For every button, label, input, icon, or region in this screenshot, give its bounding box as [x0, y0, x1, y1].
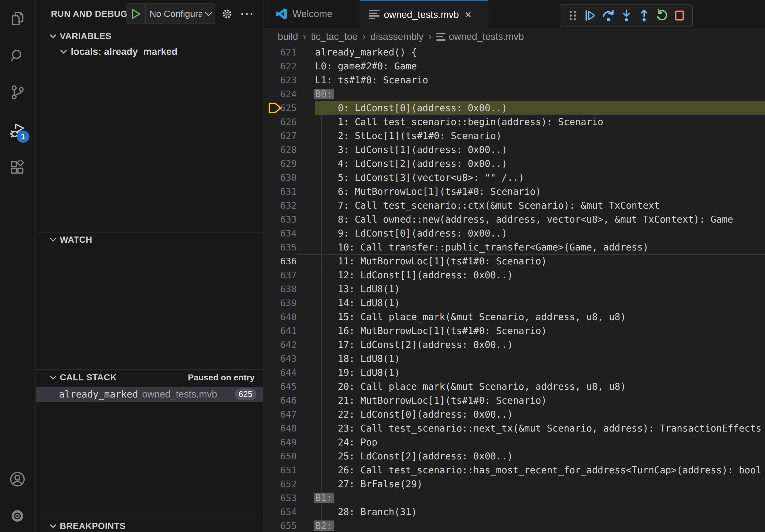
line-number[interactable]: 622	[264, 61, 297, 72]
line-number[interactable]: 655	[264, 520, 297, 531]
source-control-icon[interactable]	[9, 85, 25, 101]
code-line[interactable]: 651 26: Call test_scenario::has_most_rec…	[264, 463, 765, 477]
code-line[interactable]: 635 10: Call transfer::public_transfer<G…	[264, 240, 765, 254]
line-number[interactable]: 647	[264, 409, 297, 420]
code-line[interactable]: 655B2:	[264, 519, 765, 532]
code-line[interactable]: 629 4: LdConst[2](address: 0x00..)	[264, 157, 765, 171]
line-number[interactable]: 640	[264, 312, 297, 322]
code-line[interactable]: 653B1:	[264, 491, 765, 505]
tab-welcome[interactable]: Welcome	[264, 0, 360, 28]
close-icon[interactable]: ×	[465, 9, 471, 20]
line-number[interactable]: 651	[264, 465, 297, 475]
breadcrumb-item[interactable]: tic_tac_toe	[311, 31, 358, 42]
line-number[interactable]: 632	[264, 200, 297, 211]
locals-scope-row[interactable]: locals: already_marked	[59, 46, 178, 57]
code-line-debug-stopped[interactable]: 625 0: LdConst[0](address: 0x00..)	[264, 101, 765, 115]
drag-handle-icon[interactable]	[565, 8, 581, 24]
code-line[interactable]: 622L0: game#2#0: Game	[264, 59, 765, 73]
more-actions-icon[interactable]: ···	[240, 0, 256, 28]
code-line[interactable]: 648 23: Call test_scenario::next_tx(&mut…	[264, 421, 765, 435]
launch-config-dropdown[interactable]: No Configura	[127, 3, 215, 24]
line-number[interactable]: 623	[264, 75, 297, 86]
code-line[interactable]: 640 15: Call place_mark(&mut Scenario, a…	[264, 310, 765, 324]
stop-icon[interactable]	[672, 8, 688, 24]
account-icon[interactable]	[9, 471, 25, 487]
code-line[interactable]: 628 3: LdConst[1](address: 0x00..)	[264, 143, 765, 157]
code-line[interactable]: 630 5: LdConst[3](vector<u8>: "" /..)	[264, 171, 765, 184]
code-line[interactable]: 652 27: BrFalse(29)	[264, 477, 765, 491]
code-line[interactable]: 643 18: LdU8(1)	[264, 352, 765, 366]
code-line[interactable]: 642 17: LdConst[2](address: 0x00..)	[264, 338, 765, 352]
call-stack-section-header[interactable]: CALL STACK Paused on entry	[36, 371, 263, 385]
code-line[interactable]: 639 14: LdU8(1)	[264, 296, 765, 310]
line-number[interactable]: 637	[264, 270, 297, 280]
code-line[interactable]: 632 7: Call test_scenario::ctx(&mut Scen…	[264, 198, 765, 212]
watch-section-header[interactable]: WATCH	[36, 233, 263, 247]
line-number[interactable]: 621	[264, 47, 297, 58]
code-line[interactable]: 623L1: ts#1#0: Scenario	[264, 73, 765, 87]
step-out-icon[interactable]	[636, 8, 652, 24]
line-number[interactable]: 636	[264, 256, 297, 267]
line-number[interactable]: 634	[264, 228, 297, 239]
line-number[interactable]: 626	[264, 117, 297, 127]
breadcrumb-item[interactable]: build	[278, 31, 298, 42]
line-number[interactable]: 644	[264, 367, 297, 378]
line-number[interactable]: 627	[264, 131, 297, 141]
code-line[interactable]: 650 25: LdConst[2](address: 0x00..)	[264, 449, 765, 463]
explorer-icon[interactable]	[9, 10, 25, 27]
line-number[interactable]: 646	[264, 395, 297, 406]
code-line[interactable]: 631 6: MutBorrowLoc[1](ts#1#0: Scenario)	[264, 184, 765, 198]
line-number[interactable]: 635	[264, 242, 297, 253]
restart-icon[interactable]	[654, 8, 670, 24]
tab-owned-tests[interactable]: owned_tests.mvb ×	[360, 0, 488, 28]
breadcrumb-item[interactable]: owned_tests.mvb	[449, 31, 524, 42]
code-line[interactable]: 641 16: MutBorrowLoc[1](ts#1#0: Scenario…	[264, 324, 765, 338]
line-number[interactable]: 650	[264, 451, 297, 461]
code-line[interactable]: 654 28: Branch(31)	[264, 505, 765, 519]
breakpoints-section-header[interactable]: BREAKPOINTS	[36, 519, 263, 532]
code-line[interactable]: 633 8: Call owned::new(address, address,…	[264, 212, 765, 226]
line-number[interactable]: 648	[264, 423, 297, 434]
code-line[interactable]: 638 13: LdU8(1)	[264, 282, 765, 296]
step-over-icon[interactable]	[600, 8, 616, 24]
extensions-icon[interactable]	[9, 160, 25, 176]
settings-gear-icon[interactable]	[9, 508, 25, 524]
line-number[interactable]: 649	[264, 437, 297, 448]
line-number[interactable]: 633	[264, 214, 297, 225]
line-number[interactable]: 653	[264, 493, 297, 503]
line-number[interactable]: 652	[264, 479, 297, 489]
code-line[interactable]: 626 1: Call test_scenario::begin(address…	[264, 115, 765, 129]
step-into-icon[interactable]	[618, 8, 634, 24]
line-number[interactable]: 645	[264, 381, 297, 392]
line-number[interactable]: 628	[264, 144, 297, 155]
line-number[interactable]: 638	[264, 284, 297, 294]
code-viewport[interactable]: 621already_marked() {622L0: game#2#0: Ga…	[264, 45, 765, 532]
line-number[interactable]: 630	[264, 172, 297, 183]
continue-icon[interactable]	[582, 8, 598, 24]
debug-settings-gear-icon[interactable]	[220, 0, 234, 28]
start-debug-icon[interactable]	[127, 4, 146, 24]
line-number[interactable]: 642	[264, 339, 297, 350]
line-number[interactable]: 641	[264, 326, 297, 336]
line-number[interactable]: 643	[264, 353, 297, 364]
call-stack-frame-row[interactable]: already_marked owned_tests.mvb 625	[36, 387, 263, 402]
line-number[interactable]: 624	[264, 89, 297, 100]
code-line[interactable]: 621already_marked() {	[264, 45, 765, 59]
code-line[interactable]: 637 12: LdConst[1](address: 0x00..)	[264, 268, 765, 282]
variables-section-header[interactable]: VARIABLES	[36, 29, 263, 43]
code-line[interactable]: 644 19: LdU8(1)	[264, 366, 765, 380]
line-number[interactable]: 629	[264, 158, 297, 169]
line-number[interactable]: 639	[264, 298, 297, 308]
code-line[interactable]: 634 9: LdConst[0](address: 0x00..)	[264, 226, 765, 240]
code-line[interactable]: 649 24: Pop	[264, 435, 765, 449]
line-number[interactable]: 631	[264, 186, 297, 197]
search-icon[interactable]	[9, 48, 25, 64]
code-line[interactable]: 627 2: StLoc[1](ts#1#0: Scenario)	[264, 129, 765, 143]
code-line[interactable]: 624B0:	[264, 87, 765, 101]
code-line[interactable]: 645 20: Call place_mark(&mut Scenario, a…	[264, 380, 765, 394]
code-line[interactable]: 636 11: MutBorrowLoc[1](ts#1#0: Scenario…	[264, 254, 765, 268]
line-number[interactable]: 654	[264, 507, 297, 517]
code-line[interactable]: 646 21: MutBorrowLoc[1](ts#1#0: Scenario…	[264, 394, 765, 407]
code-line[interactable]: 647 22: LdConst[0](address: 0x00..)	[264, 407, 765, 421]
breadcrumb-item[interactable]: disassembly	[371, 31, 423, 42]
